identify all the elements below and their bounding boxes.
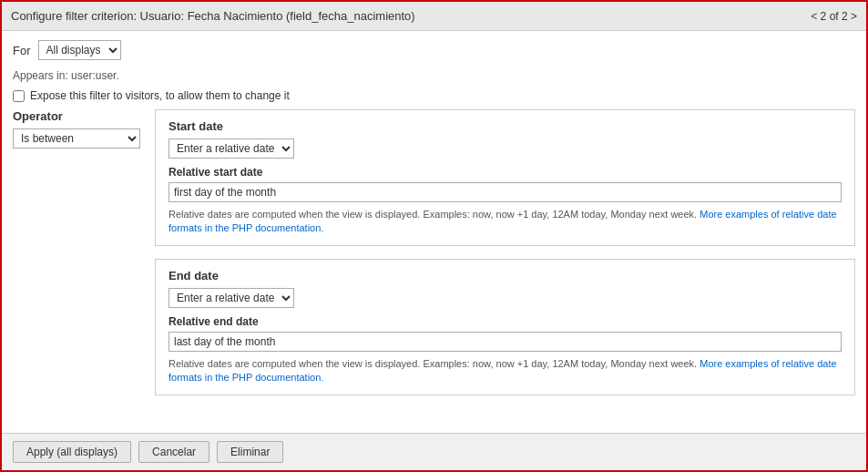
- dates-column: Start date Enter a relative date An offs…: [155, 109, 855, 395]
- start-relative-input[interactable]: [168, 182, 842, 202]
- dialog-body: For All displays Page Block Appears in: …: [2, 31, 866, 433]
- end-relative-input[interactable]: [168, 332, 842, 352]
- end-date-section: End date Enter a relative date An offset…: [155, 259, 855, 395]
- configure-filter-dialog: Configure filter criterion: Usuario: Fec…: [0, 0, 868, 472]
- delete-button[interactable]: Eliminar: [217, 441, 283, 463]
- operator-and-dates: Operator Is between Is less than Is grea…: [13, 109, 855, 395]
- end-date-type-select[interactable]: Enter a relative date An offset from now: [168, 288, 294, 308]
- start-date-type-select[interactable]: Enter a relative date An offset from now: [168, 139, 294, 159]
- end-date-title: End date: [168, 269, 842, 282]
- for-row: For All displays Page Block: [13, 40, 855, 60]
- end-help-text: Relative dates are computed when the vie…: [168, 357, 842, 385]
- dialog-footer: Apply (all displays) Cancelar Eliminar: [2, 433, 866, 470]
- apply-button[interactable]: Apply (all displays): [13, 441, 131, 463]
- for-label: For: [13, 44, 31, 57]
- end-relative-label: Relative end date: [168, 315, 842, 328]
- dialog-header: Configure filter criterion: Usuario: Fec…: [2, 2, 866, 31]
- operator-section: Operator Is between Is less than Is grea…: [13, 109, 140, 149]
- for-display-select[interactable]: All displays Page Block: [38, 40, 121, 60]
- start-relative-label: Relative start date: [168, 166, 842, 179]
- start-help-text: Relative dates are computed when the vie…: [168, 208, 842, 236]
- operator-label: Operator: [13, 109, 140, 123]
- start-date-section: Start date Enter a relative date An offs…: [155, 109, 855, 246]
- expose-row: Expose this filter to visitors, to allow…: [13, 89, 855, 102]
- operator-select[interactable]: Is between Is less than Is greater than …: [13, 128, 140, 149]
- dialog-title: Configure filter criterion: Usuario: Fec…: [11, 9, 415, 23]
- cancel-button[interactable]: Cancelar: [138, 441, 209, 463]
- appears-in-text: Appears in: user:user.: [13, 69, 855, 82]
- expose-label: Expose this filter to visitors, to allow…: [30, 89, 290, 102]
- start-date-title: Start date: [168, 119, 842, 133]
- expose-checkbox[interactable]: [13, 90, 25, 102]
- dialog-nav: < 2 of 2 >: [811, 10, 857, 23]
